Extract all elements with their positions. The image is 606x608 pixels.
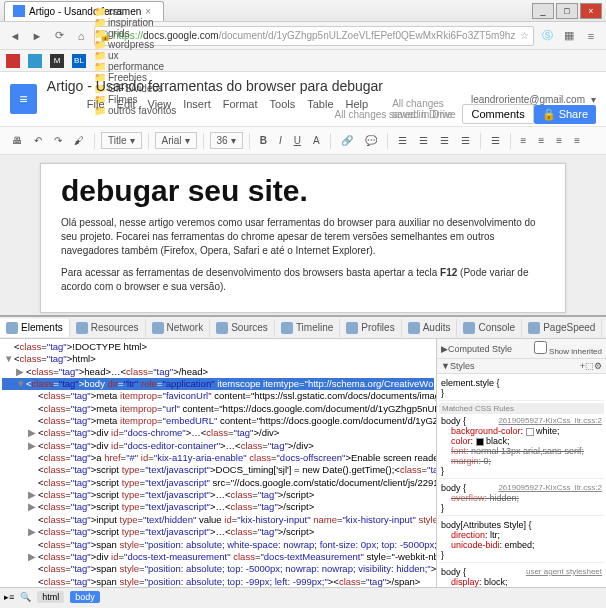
style-rule[interactable]: body[Attributes Style] {direction: ltr;u… bbox=[439, 518, 604, 563]
close-icon[interactable]: × bbox=[145, 6, 155, 16]
style-select[interactable]: Title▾ bbox=[101, 132, 142, 149]
forward-icon[interactable]: ► bbox=[28, 27, 46, 45]
computed-accordion[interactable]: ▶ Computed Style Show inherited bbox=[437, 339, 606, 359]
bookmark-folder[interactable]: 📁 css bbox=[94, 6, 176, 17]
tree-node[interactable]: ▶<class="tag">head>…<class="tag">/head> bbox=[2, 366, 434, 378]
color-button[interactable]: A bbox=[309, 133, 324, 148]
search-icon[interactable]: 🔍 bbox=[20, 592, 31, 602]
style-rule[interactable]: 2619095927-KixCss_ltr.css:2body {overflo… bbox=[439, 481, 604, 516]
align-center-icon[interactable]: ☰ bbox=[415, 133, 432, 148]
devtools-tab-resources[interactable]: Resources bbox=[70, 319, 146, 337]
line-spacing-icon[interactable]: ☰ bbox=[487, 133, 504, 148]
crumb-item[interactable]: html bbox=[37, 591, 64, 603]
bookmark-folder[interactable]: 📁 grids bbox=[94, 28, 176, 39]
css-source-link[interactable]: user agent stylesheet bbox=[526, 567, 602, 576]
reload-icon[interactable]: ⟳ bbox=[50, 27, 68, 45]
style-rule[interactable]: 2619095927-KixCss_ltr.css:2body {backgro… bbox=[439, 414, 604, 479]
tree-node[interactable]: ▶<class="tag">div id="docs-chrome">…<cla… bbox=[2, 427, 434, 439]
devtools-close-icon[interactable]: ⊗ bbox=[602, 322, 606, 333]
redo-icon[interactable]: ↷ bbox=[50, 133, 66, 148]
page-paragraph[interactable]: Olá pessoal, nesse artigo veremos como u… bbox=[61, 216, 545, 258]
tree-node[interactable]: <class="tag">meta itemprop="faviconUrl" … bbox=[2, 390, 434, 402]
tree-node[interactable]: <class="tag">!DOCTYPE html> bbox=[2, 341, 434, 353]
menu-item[interactable]: File bbox=[87, 98, 105, 120]
menu-item[interactable]: Table bbox=[307, 98, 333, 120]
list-bullet-icon[interactable]: ≡ bbox=[534, 133, 548, 148]
bm-icon[interactable]: BL bbox=[72, 54, 86, 68]
bookmark-folder[interactable]: 📁 wordpress bbox=[94, 39, 176, 50]
align-left-icon[interactable]: ☰ bbox=[394, 133, 411, 148]
gear-icon[interactable]: ⚙ bbox=[594, 361, 602, 371]
menu-item[interactable]: Edit bbox=[117, 98, 136, 120]
underline-button[interactable]: U bbox=[290, 133, 305, 148]
italic-button[interactable]: I bbox=[275, 133, 286, 148]
tree-node[interactable]: <class="tag">meta itemprop="embedURL" co… bbox=[2, 415, 434, 427]
menu-item[interactable]: Tools bbox=[270, 98, 296, 120]
tree-node[interactable]: ▼<class="tag">html> bbox=[2, 353, 434, 365]
menu-item[interactable]: Insert bbox=[183, 98, 211, 120]
size-select[interactable]: 36▾ bbox=[210, 132, 243, 149]
console-icon[interactable]: ▸≡ bbox=[4, 592, 14, 602]
page-paragraph[interactable]: Para acessar as ferramentas de desenvolv… bbox=[61, 266, 545, 294]
crumb-item[interactable]: body bbox=[70, 591, 100, 603]
home-icon[interactable]: ⌂ bbox=[72, 27, 90, 45]
docs-logo-icon[interactable]: ≡ bbox=[10, 84, 37, 114]
back-icon[interactable]: ◄ bbox=[6, 27, 24, 45]
style-rule[interactable]: element.style {} bbox=[439, 376, 604, 401]
undo-icon[interactable]: ↶ bbox=[30, 133, 46, 148]
show-inherited-checkbox[interactable] bbox=[534, 341, 547, 354]
comments-button[interactable]: Comments bbox=[462, 104, 533, 124]
link-icon[interactable]: 🔗 bbox=[337, 133, 357, 148]
menu-icon[interactable]: ≡ bbox=[582, 27, 600, 45]
print-icon[interactable]: 🖶 bbox=[8, 133, 26, 148]
document-title[interactable]: Artigo - Usando ferramentas do browser p… bbox=[47, 78, 461, 94]
tree-node[interactable]: ▼<class="tag">body dir="ltr" role="appli… bbox=[2, 378, 434, 390]
tree-node[interactable]: <class="tag">script type="text/javascrip… bbox=[2, 477, 434, 489]
menu-item[interactable]: Format bbox=[223, 98, 258, 120]
tree-node[interactable]: ▶<class="tag">script type="text/javascri… bbox=[2, 526, 434, 538]
comment-icon[interactable]: 💬 bbox=[361, 133, 381, 148]
devtools-tab-audits[interactable]: Audits bbox=[402, 319, 458, 337]
tree-node[interactable]: <class="tag">span style="position: absol… bbox=[2, 576, 434, 587]
list-num-icon[interactable]: ≡ bbox=[517, 133, 531, 148]
ext-icon[interactable]: ▦ bbox=[560, 27, 578, 45]
styles-accordion[interactable]: ▼ Styles+ ⬚ ⚙ bbox=[437, 359, 606, 374]
toggle-state-icon[interactable]: ⬚ bbox=[585, 361, 594, 371]
devtools-tab-pagespeed[interactable]: PageSpeed bbox=[522, 319, 602, 337]
paint-icon[interactable]: 🖌 bbox=[70, 133, 88, 148]
close-button[interactable]: × bbox=[580, 3, 602, 19]
bookmark-folder[interactable]: 📁 ux bbox=[94, 50, 176, 61]
tree-node[interactable]: <class="tag">script type="text/javascrip… bbox=[2, 464, 434, 476]
css-source-link[interactable]: 2619095927-KixCss_ltr.css:2 bbox=[498, 416, 602, 425]
devtools-tab-elements[interactable]: Elements bbox=[0, 319, 70, 337]
tree-node[interactable]: ▶<class="tag">div id="docs-editor-contai… bbox=[2, 440, 434, 452]
bm-icon[interactable]: M bbox=[50, 54, 64, 68]
user-email[interactable]: leandroriente@gmail.com bbox=[471, 94, 585, 105]
devtools-tab-profiles[interactable]: Profiles bbox=[340, 319, 401, 337]
bm-icon[interactable] bbox=[28, 54, 42, 68]
tree-node[interactable]: <class="tag">span style="position: absol… bbox=[2, 563, 434, 575]
document-canvas[interactable]: debugar seu site. Olá pessoal, nesse art… bbox=[0, 155, 606, 315]
align-right-icon[interactable]: ☰ bbox=[436, 133, 453, 148]
tree-node[interactable]: <class="tag">a href="#" id="kix-a11y-ari… bbox=[2, 452, 434, 464]
skype-icon[interactable]: Ⓢ bbox=[538, 27, 556, 45]
bookmark-folder[interactable]: 📁 inspiration bbox=[94, 17, 176, 28]
devtools-tab-network[interactable]: Network bbox=[146, 319, 211, 337]
tree-node[interactable]: ▶<class="tag">script type="text/javascri… bbox=[2, 501, 434, 513]
minimize-button[interactable]: _ bbox=[532, 3, 554, 19]
page-heading[interactable]: debugar seu site. bbox=[61, 174, 545, 208]
menu-item[interactable]: View bbox=[148, 98, 172, 120]
star-icon[interactable]: ☆ bbox=[520, 30, 529, 41]
share-button[interactable]: 🔒Share bbox=[534, 105, 596, 124]
bookmark-folder[interactable]: 📁 performance bbox=[94, 61, 176, 72]
tree-node[interactable]: <class="tag">span style="position: absol… bbox=[2, 539, 434, 551]
font-select[interactable]: Arial▾ bbox=[155, 132, 197, 149]
style-rule[interactable]: user agent stylesheetbody {display: bloc… bbox=[439, 565, 604, 587]
indent-dec-icon[interactable]: ≡ bbox=[552, 133, 566, 148]
tree-node[interactable]: ▶<class="tag">script type="text/javascri… bbox=[2, 489, 434, 501]
tree-node[interactable]: <class="tag">meta itemprop="url" content… bbox=[2, 403, 434, 415]
align-justify-icon[interactable]: ☰ bbox=[457, 133, 474, 148]
bold-button[interactable]: B bbox=[256, 133, 271, 148]
devtools-tab-console[interactable]: Console bbox=[457, 319, 522, 337]
devtools-tab-sources[interactable]: Sources bbox=[210, 319, 275, 337]
